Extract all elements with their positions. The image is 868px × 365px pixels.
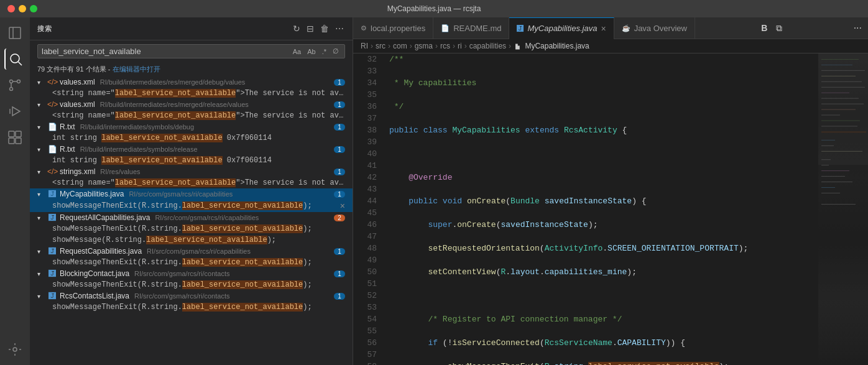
- file-header-mycapabilities[interactable]: ▾ 🅹 MyCapabilities.java RI/src/com/gsma/…: [30, 188, 353, 200]
- breadcrumb-file[interactable]: MyCapabilities.java: [514, 42, 589, 50]
- svg-rect-39: [818, 53, 868, 165]
- breadcrumb-capabilities[interactable]: capabilities: [469, 42, 506, 50]
- search-input[interactable]: [42, 47, 289, 56]
- breadcrumb: RI › src › com › gsma › rcs › ri › capab…: [353, 39, 868, 53]
- file-header-rtxt-release[interactable]: ▾ 📄 R.txt RI/build/intermediates/symbols…: [30, 144, 353, 155]
- sidebar: 搜索 ↻ ⊟ 🗑 ⋯ Aa Ab .* ∅ 79 文件中有 91 个结果 - 在…: [30, 17, 353, 365]
- breadcrumb-gsma[interactable]: gsma: [415, 42, 433, 50]
- java-file-icon: 🅹: [47, 247, 57, 256]
- java-file-icon: 🅹: [47, 292, 57, 300]
- code-editor[interactable]: 3233343536 3738394041 4243444546 4748495…: [353, 53, 868, 365]
- file-group-requestcap: ▾ 🅹 RequestCapabilities.java RI/src/com/…: [30, 246, 353, 268]
- search-activity-icon[interactable]: [4, 49, 25, 70]
- file-group-values-debug: ▾ </> values.xml RI/build/intermediates/…: [30, 76, 353, 99]
- code-content[interactable]: /** * My capabilities */ public class My…: [384, 53, 818, 365]
- settings-icon[interactable]: [4, 339, 25, 360]
- svg-rect-38: [821, 204, 856, 205]
- results-count: 79 文件中有 91 个结果 -: [37, 65, 110, 74]
- use-regex-button[interactable]: .*: [320, 47, 328, 56]
- tab-java-overview[interactable]: ☕ Java Overview: [614, 17, 695, 39]
- file-header-strings[interactable]: ▾ </> strings.xml RI/res/values 1: [30, 166, 353, 177]
- source-control-icon[interactable]: [4, 75, 25, 96]
- match-case-button[interactable]: Aa: [291, 47, 303, 56]
- svg-rect-11: [9, 138, 14, 144]
- match-item[interactable]: <string name="label_service_not_availabl…: [30, 110, 353, 121]
- open-in-editor-link[interactable]: 在编辑器中打开: [113, 65, 160, 74]
- match-text: showMessage(R.string.label_service_not_a…: [52, 236, 345, 244]
- match-item[interactable]: int string label_service_not_available 0…: [30, 155, 353, 166]
- file-path: RI/src/com/gsma/rcs/ri/contacts: [134, 292, 229, 300]
- file-header-rtxt-debug[interactable]: ▾ 📄 R.txt RI/build/intermediates/symbols…: [30, 121, 353, 132]
- breadcrumb-ri2[interactable]: ri: [458, 42, 462, 50]
- tab-label: README.md: [453, 24, 501, 33]
- bold-toggle[interactable]: B: [756, 23, 772, 33]
- match-item[interactable]: showMessageThenExit(R.string.label_servi…: [30, 279, 353, 290]
- match-text: showMessageThenExit(R.string.label_servi…: [52, 201, 340, 210]
- run-debug-icon[interactable]: [4, 101, 25, 122]
- close-match-icon[interactable]: ×: [340, 201, 345, 211]
- match-text: showMessageThenExit(R.string.label_servi…: [52, 258, 345, 267]
- match-item[interactable]: showMessageThenExit(R.string.label_servi…: [30, 302, 353, 313]
- match-item[interactable]: <string name="label_service_not_availabl…: [30, 88, 353, 99]
- breadcrumb-rcs[interactable]: rcs: [440, 42, 450, 50]
- match-text: <string name="label_service_not_availabl…: [52, 89, 345, 98]
- file-header-values-debug[interactable]: ▾ </> values.xml RI/build/intermediates/…: [30, 76, 353, 88]
- svg-rect-33: [821, 170, 849, 171]
- svg-rect-36: [821, 187, 835, 188]
- search-box[interactable]: Aa Ab .* ∅: [37, 44, 345, 58]
- chevron-down-icon: ▾: [37, 146, 45, 153]
- fullscreen-button[interactable]: [30, 5, 37, 12]
- file-path: RI/build/intermediates/symbols/debug: [80, 123, 194, 131]
- split-editor-icon[interactable]: ⧉: [772, 23, 786, 34]
- svg-point-4: [10, 80, 13, 83]
- match-text: showMessageThenExit(R.string.label_servi…: [52, 224, 345, 233]
- match-item[interactable]: showMessageThenExit(R.string.label_servi…: [30, 223, 353, 234]
- file-path: RI/src/com/gsma/rcs/ri/capabilities: [147, 247, 251, 255]
- extensions-icon[interactable]: [4, 127, 25, 148]
- search-results-info: 79 文件中有 91 个结果 - 在编辑器中打开: [30, 62, 353, 76]
- file-path: RI/build/intermediates/res/merged/debug/…: [100, 78, 246, 86]
- match-item[interactable]: int string label_service_not_available 0…: [30, 132, 353, 144]
- file-header-blocking[interactable]: ▾ 🅹 BlockingContact.java RI/src/com/gsma…: [30, 268, 353, 279]
- line-numbers: 3233343536 3738394041 4243444546 4748495…: [353, 53, 384, 365]
- tab-mycapabilities[interactable]: 🅹 MyCapabilities.java ×: [509, 17, 614, 39]
- match-count: 1: [334, 101, 345, 108]
- search-panel-title: 搜索: [37, 24, 288, 34]
- file-header-values-release[interactable]: ▾ </> values.xml RI/build/intermediates/…: [30, 99, 353, 110]
- svg-point-2: [11, 54, 19, 63]
- breadcrumb-com[interactable]: com: [393, 42, 407, 50]
- collapse-all-button[interactable]: ⊟: [305, 22, 315, 35]
- xml-file-icon: </>: [47, 167, 57, 176]
- clear-results-button[interactable]: 🗑: [319, 22, 330, 35]
- file-header-requestcap[interactable]: ▾ 🅹 RequestCapabilities.java RI/src/com/…: [30, 246, 353, 257]
- match-count: 1: [334, 124, 345, 131]
- match-count: 1: [334, 248, 345, 255]
- minimize-button[interactable]: [19, 5, 26, 12]
- match-item[interactable]: <string name="label_service_not_availabl…: [30, 177, 353, 188]
- xml-file-icon: </>: [47, 78, 57, 86]
- explorer-icon[interactable]: [4, 22, 25, 44]
- file-header-requestall[interactable]: ▾ 🅹 RequestAllCapabilities.java RI/src/c…: [30, 212, 353, 223]
- match-item[interactable]: showMessage(R.string.label_service_not_a…: [30, 234, 353, 246]
- file-header-rcscontacts[interactable]: ▾ 🅹 RcsContactsList.java RI/src/com/gsma…: [30, 290, 353, 302]
- tabs-more-button[interactable]: ···: [847, 22, 868, 34]
- breadcrumb-ri[interactable]: RI: [361, 42, 368, 50]
- tab-local-properties[interactable]: ⚙ local.properties: [353, 17, 433, 39]
- match-text: int string label_service_not_available 0…: [52, 134, 345, 142]
- match-item[interactable]: showMessageThenExit(R.string.label_servi…: [30, 257, 353, 268]
- file-group-strings: ▾ </> strings.xml RI/res/values 1 <strin…: [30, 166, 353, 188]
- breadcrumb-src[interactable]: src: [376, 42, 386, 50]
- tab-close-icon[interactable]: ×: [601, 24, 606, 33]
- refresh-button[interactable]: ↻: [292, 22, 302, 35]
- match-item-active[interactable]: showMessageThenExit(R.string.label_servi…: [30, 200, 353, 212]
- tab-readme[interactable]: 📄 README.md: [433, 17, 509, 39]
- match-word-button[interactable]: Ab: [305, 47, 317, 56]
- close-button[interactable]: [7, 5, 15, 12]
- open-in-editor-icon[interactable]: ⋯: [334, 22, 345, 35]
- svg-rect-0: [9, 27, 21, 39]
- exclude-toggle-button[interactable]: ∅: [331, 47, 341, 56]
- chevron-down-icon: ▾: [37, 124, 45, 131]
- file-name: values.xml: [60, 100, 95, 109]
- search-input-container: Aa Ab .* ∅: [30, 40, 353, 62]
- svg-rect-35: [821, 182, 852, 182]
